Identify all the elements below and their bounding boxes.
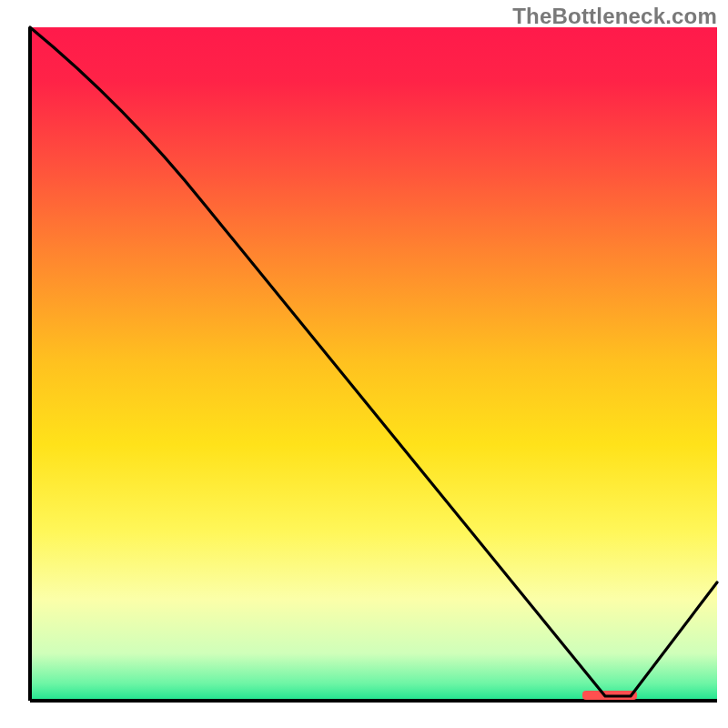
chart-container: TheBottleneck.com [0, 0, 728, 728]
bottleneck-chart [0, 0, 728, 728]
plot-background [30, 27, 717, 701]
